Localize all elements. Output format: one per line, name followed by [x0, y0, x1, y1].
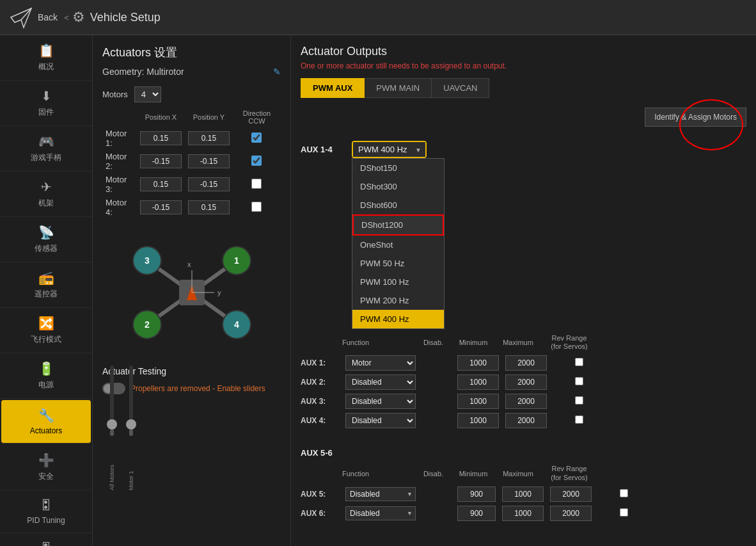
dropdown-item-dshot300[interactable]: DShot300: [352, 177, 444, 196]
aux14-section: AUX 1-4 DShot150 DShot300 DShot600 DShot…: [301, 141, 746, 432]
aux6-func-select[interactable]: DisabledMotor: [345, 506, 416, 520]
all-motors-track[interactable]: [110, 365, 114, 436]
dropdown-item-pwm100[interactable]: PWM 100 Hz: [352, 273, 444, 291]
aux6-rev-cb[interactable]: [620, 508, 628, 517]
col-h-max: Maximum: [496, 339, 540, 346]
aux4-func-select[interactable]: MotorDisabled: [345, 413, 416, 428]
aux6-min1[interactable]: [457, 506, 496, 521]
testing-toggle[interactable]: [102, 383, 125, 394]
sidebar-item-flightmodes[interactable]: 🔀 飞行模式: [0, 308, 92, 353]
aux4-rev-cb[interactable]: [575, 415, 583, 424]
geometry-label: Geometry: Multirotor: [102, 67, 184, 77]
aux1-rev-cb[interactable]: [575, 358, 583, 366]
sidebar-item-firmware[interactable]: ⬇ 固件: [0, 81, 92, 126]
aux2-rev-cb[interactable]: [575, 377, 583, 385]
aux4-row: AUX 4: MotorDisabled: [301, 413, 746, 428]
motors-count-select[interactable]: 4 6 8: [134, 86, 161, 102]
tab-pwm-aux[interactable]: PWM AUX: [301, 78, 365, 98]
svg-text:y: y: [217, 289, 221, 296]
all-motors-thumb[interactable]: [107, 419, 117, 430]
tab-uavcan[interactable]: UAVCAN: [432, 78, 489, 98]
dropdown-item-pwm400[interactable]: PWM 400 Hz: [352, 310, 444, 328]
dropdown-item-dshot1200[interactable]: DShot1200: [352, 214, 444, 236]
tab-pwm-main[interactable]: PWM MAIN: [365, 78, 432, 98]
motor1-track[interactable]: [129, 365, 133, 436]
aux14-freq-select[interactable]: DShot150 DShot300 DShot600 DShot1200 One…: [353, 142, 425, 157]
aux1-min[interactable]: [457, 355, 499, 371]
motor-diagram: 1 3 2 4 y x: [109, 229, 275, 357]
motor3-posy[interactable]: [188, 177, 230, 191]
aux3-func-select[interactable]: MotorDisabled: [345, 394, 416, 409]
aux14-col-headers: Function Disab. Minimum Maximum Rev Rang…: [301, 332, 746, 353]
aux5-min1[interactable]: [457, 486, 496, 502]
dropdown-item-dshot150[interactable]: DShot150: [352, 159, 444, 177]
aux4-max[interactable]: [505, 413, 547, 428]
left-panel: Actuators 设置 Geometry: Multirotor ✎ Moto…: [93, 35, 291, 546]
aux56-label: AUX 5-6: [301, 448, 345, 458]
aux5-max[interactable]: [550, 486, 592, 502]
sidebar-item-sensors[interactable]: 📡 传感器: [0, 217, 92, 262]
aux3-min[interactable]: [457, 394, 499, 409]
sidebar-item-flightbehavior[interactable]: 🎛 Flight Behavior: [0, 533, 92, 546]
col56-h-function: Function: [342, 470, 416, 478]
motor1-ccw[interactable]: [251, 132, 262, 143]
sidebar: 📋 概况 ⬇ 固件 🎮 游戏手柄 ✈ 机架 📡 传感器 📻 遥控器 🔀 飞行模式: [0, 35, 93, 546]
motor2-posx[interactable]: [140, 154, 182, 168]
aux3-rev-cb[interactable]: [575, 396, 583, 405]
col56-h-max: Maximum: [496, 470, 540, 478]
aux5-func-select[interactable]: DisabledMotor: [345, 487, 416, 501]
geometry-edit-icon[interactable]: ✎: [273, 67, 281, 77]
aux5-select-wrapper: DisabledMotor ▼: [345, 487, 416, 501]
motor1-fill: [129, 430, 133, 436]
aux5-rev-cb[interactable]: [620, 489, 628, 497]
back-button[interactable]: Back: [38, 12, 58, 22]
motor1-posx[interactable]: [140, 131, 182, 145]
aux1-rev-cell: [550, 358, 608, 368]
dropdown-item-dshot600[interactable]: DShot600: [352, 196, 444, 214]
aux6-label: AUX 6:: [301, 509, 342, 518]
col-header-ccw: Direction CCW: [233, 108, 281, 127]
dropdown-item-oneshot[interactable]: OneShot: [352, 236, 444, 254]
aux1-max[interactable]: [505, 355, 547, 371]
dropdown-item-pwm200[interactable]: PWM 200 Hz: [352, 291, 444, 310]
aux2-min[interactable]: [457, 374, 499, 390]
aux14-freq-wrapper: DShot150 DShot300 DShot600 DShot1200 One…: [352, 141, 427, 158]
aux5-rev-cell: [595, 489, 652, 499]
aux14-header: AUX 1-4 DShot150 DShot300 DShot600 DShot…: [301, 141, 746, 158]
motor4-posy[interactable]: [188, 200, 230, 214]
motor1-thumb[interactable]: [126, 419, 136, 430]
aux2-func-select[interactable]: MotorDisabled: [345, 374, 416, 390]
sidebar-label-safety: 安全: [38, 471, 54, 482]
aux1-func-select[interactable]: MotorDisabled: [345, 355, 416, 371]
col56-h-min: Minimum: [451, 470, 496, 478]
aux6-max[interactable]: [550, 506, 592, 521]
all-motors-label: All Motors: [109, 439, 115, 490]
motor4-posx[interactable]: [140, 200, 182, 214]
slider-motor1: Motor 1: [128, 365, 134, 490]
aux3-max[interactable]: [505, 394, 547, 409]
aux6-min2[interactable]: [502, 506, 544, 521]
sidebar-item-airframe[interactable]: ✈ 机架: [0, 172, 92, 217]
dropdown-item-pwm50[interactable]: PWM 50 Hz: [352, 254, 444, 273]
sidebar-item-pidtuning[interactable]: 🎛 PID Tuning: [0, 490, 92, 533]
col-header-posy: Position Y: [185, 108, 233, 127]
sidebar-item-actuators[interactable]: 🔧 Actuators: [1, 400, 91, 444]
motor3-posx[interactable]: [140, 177, 182, 191]
motor1-posy[interactable]: [188, 131, 230, 145]
pidtuning-icon: 🎛: [40, 498, 52, 513]
assign-motors-button[interactable]: Identify & Assign Motors: [645, 108, 746, 127]
sidebar-item-joystick[interactable]: 🎮 游戏手柄: [0, 126, 92, 172]
motor4-ccw[interactable]: [251, 202, 262, 212]
motor2-ccw[interactable]: [251, 156, 262, 166]
sidebar-item-safety[interactable]: ➕ 安全: [0, 445, 92, 490]
sidebar-item-radio[interactable]: 📻 遥控器: [0, 262, 92, 308]
all-motors-fill: [110, 430, 114, 436]
motor3-ccw[interactable]: [251, 179, 262, 189]
aux3-label: AUX 3:: [301, 397, 342, 406]
sidebar-item-overview[interactable]: 📋 概况: [0, 35, 92, 81]
motor2-posy[interactable]: [188, 154, 230, 168]
sidebar-item-power[interactable]: 🔋 电源: [0, 353, 92, 399]
aux4-min[interactable]: [457, 413, 499, 428]
aux2-max[interactable]: [505, 374, 547, 390]
aux5-min2[interactable]: [502, 486, 544, 502]
